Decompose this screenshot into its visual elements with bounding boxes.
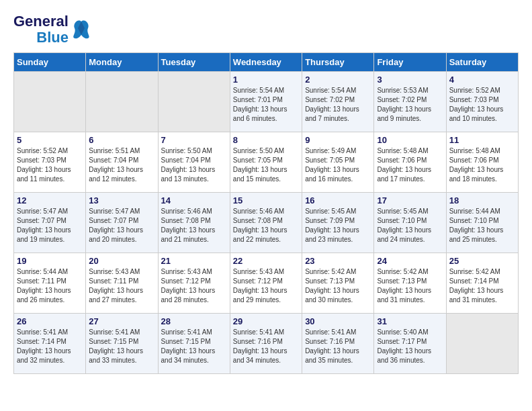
calendar-week-row: 26Sunrise: 5:41 AM Sunset: 7:14 PM Dayli… bbox=[14, 314, 519, 374]
day-info: Sunrise: 5:45 AM Sunset: 7:10 PM Dayligh… bbox=[377, 207, 443, 244]
day-info: Sunrise: 5:44 AM Sunset: 7:10 PM Dayligh… bbox=[449, 207, 515, 244]
day-number: 8 bbox=[233, 135, 299, 145]
day-number: 7 bbox=[161, 135, 227, 145]
calendar-cell: 28Sunrise: 5:41 AM Sunset: 7:15 PM Dayli… bbox=[158, 314, 230, 374]
calendar-cell: 7Sunrise: 5:50 AM Sunset: 7:04 PM Daylig… bbox=[158, 132, 230, 193]
page-header: General Blue bbox=[13, 13, 519, 46]
day-info: Sunrise: 5:48 AM Sunset: 7:06 PM Dayligh… bbox=[377, 146, 443, 184]
calendar-cell: 15Sunrise: 5:46 AM Sunset: 7:08 PM Dayli… bbox=[230, 193, 302, 253]
calendar-body: 1Sunrise: 5:54 AM Sunset: 7:01 PM Daylig… bbox=[14, 72, 519, 374]
day-number: 2 bbox=[305, 75, 371, 85]
calendar-cell: 12Sunrise: 5:47 AM Sunset: 7:07 PM Dayli… bbox=[14, 193, 86, 253]
day-header-thursday: Thursday bbox=[302, 53, 374, 72]
calendar-cell: 17Sunrise: 5:45 AM Sunset: 7:10 PM Dayli… bbox=[374, 193, 446, 253]
calendar-cell: 27Sunrise: 5:41 AM Sunset: 7:15 PM Dayli… bbox=[86, 314, 158, 374]
calendar-cell: 14Sunrise: 5:46 AM Sunset: 7:08 PM Dayli… bbox=[158, 193, 230, 253]
day-info: Sunrise: 5:50 AM Sunset: 7:04 PM Dayligh… bbox=[161, 146, 227, 184]
calendar-cell: 25Sunrise: 5:42 AM Sunset: 7:14 PM Dayli… bbox=[446, 253, 518, 314]
day-info: Sunrise: 5:54 AM Sunset: 7:02 PM Dayligh… bbox=[305, 86, 371, 124]
calendar-week-row: 5Sunrise: 5:52 AM Sunset: 7:03 PM Daylig… bbox=[14, 132, 519, 193]
day-info: Sunrise: 5:52 AM Sunset: 7:03 PM Dayligh… bbox=[449, 86, 515, 124]
calendar-cell: 31Sunrise: 5:40 AM Sunset: 7:17 PM Dayli… bbox=[374, 314, 446, 374]
calendar-cell bbox=[86, 72, 158, 132]
calendar-week-row: 19Sunrise: 5:44 AM Sunset: 7:11 PM Dayli… bbox=[14, 253, 519, 314]
day-number: 4 bbox=[449, 75, 515, 85]
day-number: 27 bbox=[89, 316, 154, 326]
calendar-cell: 2Sunrise: 5:54 AM Sunset: 7:02 PM Daylig… bbox=[302, 72, 374, 132]
day-info: Sunrise: 5:44 AM Sunset: 7:11 PM Dayligh… bbox=[17, 267, 83, 305]
day-info: Sunrise: 5:41 AM Sunset: 7:16 PM Dayligh… bbox=[233, 328, 299, 365]
day-info: Sunrise: 5:46 AM Sunset: 7:08 PM Dayligh… bbox=[233, 207, 299, 244]
day-info: Sunrise: 5:42 AM Sunset: 7:14 PM Dayligh… bbox=[449, 267, 515, 305]
calendar-cell: 22Sunrise: 5:43 AM Sunset: 7:12 PM Dayli… bbox=[230, 253, 302, 314]
day-info: Sunrise: 5:51 AM Sunset: 7:04 PM Dayligh… bbox=[89, 146, 154, 184]
day-info: Sunrise: 5:40 AM Sunset: 7:17 PM Dayligh… bbox=[377, 328, 443, 365]
day-number: 5 bbox=[17, 135, 83, 145]
day-header-friday: Friday bbox=[374, 53, 446, 72]
logo-line2: Blue bbox=[36, 30, 69, 46]
day-info: Sunrise: 5:42 AM Sunset: 7:13 PM Dayligh… bbox=[377, 267, 443, 305]
day-number: 23 bbox=[305, 256, 371, 266]
calendar-cell: 19Sunrise: 5:44 AM Sunset: 7:11 PM Dayli… bbox=[14, 253, 86, 314]
day-info: Sunrise: 5:42 AM Sunset: 7:13 PM Dayligh… bbox=[305, 267, 371, 305]
day-info: Sunrise: 5:41 AM Sunset: 7:16 PM Dayligh… bbox=[305, 328, 371, 365]
day-info: Sunrise: 5:41 AM Sunset: 7:14 PM Dayligh… bbox=[17, 328, 83, 365]
calendar-cell: 23Sunrise: 5:42 AM Sunset: 7:13 PM Dayli… bbox=[302, 253, 374, 314]
calendar-cell: 9Sunrise: 5:49 AM Sunset: 7:05 PM Daylig… bbox=[302, 132, 374, 193]
calendar-cell: 30Sunrise: 5:41 AM Sunset: 7:16 PM Dayli… bbox=[302, 314, 374, 374]
day-header-wednesday: Wednesday bbox=[230, 53, 302, 72]
day-info: Sunrise: 5:41 AM Sunset: 7:15 PM Dayligh… bbox=[161, 328, 227, 365]
calendar-cell: 5Sunrise: 5:52 AM Sunset: 7:03 PM Daylig… bbox=[14, 132, 86, 193]
day-info: Sunrise: 5:43 AM Sunset: 7:12 PM Dayligh… bbox=[233, 267, 299, 305]
calendar-cell: 6Sunrise: 5:51 AM Sunset: 7:04 PM Daylig… bbox=[86, 132, 158, 193]
logo-bird-icon bbox=[71, 18, 91, 42]
day-number: 18 bbox=[449, 195, 515, 205]
day-number: 20 bbox=[89, 256, 154, 266]
day-header-sunday: Sunday bbox=[14, 53, 86, 72]
logo: General Blue bbox=[13, 13, 91, 46]
calendar-week-row: 12Sunrise: 5:47 AM Sunset: 7:07 PM Dayli… bbox=[14, 193, 519, 253]
day-number: 19 bbox=[17, 256, 83, 266]
calendar-cell bbox=[158, 72, 230, 132]
day-number: 15 bbox=[233, 195, 299, 205]
day-info: Sunrise: 5:41 AM Sunset: 7:15 PM Dayligh… bbox=[89, 328, 154, 365]
calendar-cell: 13Sunrise: 5:47 AM Sunset: 7:07 PM Dayli… bbox=[86, 193, 158, 253]
day-info: Sunrise: 5:46 AM Sunset: 7:08 PM Dayligh… bbox=[161, 207, 227, 244]
day-info: Sunrise: 5:47 AM Sunset: 7:07 PM Dayligh… bbox=[89, 207, 154, 244]
day-number: 12 bbox=[17, 195, 83, 205]
calendar-cell: 11Sunrise: 5:48 AM Sunset: 7:06 PM Dayli… bbox=[446, 132, 518, 193]
day-number: 13 bbox=[89, 195, 154, 205]
calendar-cell: 3Sunrise: 5:53 AM Sunset: 7:02 PM Daylig… bbox=[374, 72, 446, 132]
day-number: 14 bbox=[161, 195, 227, 205]
day-info: Sunrise: 5:49 AM Sunset: 7:05 PM Dayligh… bbox=[305, 146, 371, 184]
day-number: 26 bbox=[17, 316, 83, 326]
calendar-cell: 10Sunrise: 5:48 AM Sunset: 7:06 PM Dayli… bbox=[374, 132, 446, 193]
day-number: 28 bbox=[161, 316, 227, 326]
calendar-cell: 20Sunrise: 5:43 AM Sunset: 7:11 PM Dayli… bbox=[86, 253, 158, 314]
day-number: 25 bbox=[449, 256, 515, 266]
day-info: Sunrise: 5:45 AM Sunset: 7:09 PM Dayligh… bbox=[305, 207, 371, 244]
calendar-table: SundayMondayTuesdayWednesdayThursdayFrid… bbox=[13, 52, 519, 374]
day-info: Sunrise: 5:53 AM Sunset: 7:02 PM Dayligh… bbox=[377, 86, 443, 124]
day-number: 30 bbox=[305, 316, 371, 326]
logo-line1: General bbox=[13, 13, 69, 30]
calendar-cell bbox=[446, 314, 518, 374]
day-info: Sunrise: 5:54 AM Sunset: 7:01 PM Dayligh… bbox=[233, 86, 299, 124]
day-number: 3 bbox=[377, 75, 443, 85]
calendar-cell: 8Sunrise: 5:50 AM Sunset: 7:05 PM Daylig… bbox=[230, 132, 302, 193]
calendar-cell: 16Sunrise: 5:45 AM Sunset: 7:09 PM Dayli… bbox=[302, 193, 374, 253]
day-info: Sunrise: 5:48 AM Sunset: 7:06 PM Dayligh… bbox=[449, 146, 515, 184]
calendar-cell: 4Sunrise: 5:52 AM Sunset: 7:03 PM Daylig… bbox=[446, 72, 518, 132]
day-info: Sunrise: 5:52 AM Sunset: 7:03 PM Dayligh… bbox=[17, 146, 83, 184]
day-number: 29 bbox=[233, 316, 299, 326]
day-number: 11 bbox=[449, 135, 515, 145]
calendar-cell: 21Sunrise: 5:43 AM Sunset: 7:12 PM Dayli… bbox=[158, 253, 230, 314]
day-header-tuesday: Tuesday bbox=[158, 53, 230, 72]
day-number: 6 bbox=[89, 135, 154, 145]
calendar-cell bbox=[14, 72, 86, 132]
day-header-saturday: Saturday bbox=[446, 53, 518, 72]
calendar-cell: 18Sunrise: 5:44 AM Sunset: 7:10 PM Dayli… bbox=[446, 193, 518, 253]
calendar-header-row: SundayMondayTuesdayWednesdayThursdayFrid… bbox=[14, 53, 519, 72]
calendar-week-row: 1Sunrise: 5:54 AM Sunset: 7:01 PM Daylig… bbox=[14, 72, 519, 132]
day-info: Sunrise: 5:43 AM Sunset: 7:12 PM Dayligh… bbox=[161, 267, 227, 305]
